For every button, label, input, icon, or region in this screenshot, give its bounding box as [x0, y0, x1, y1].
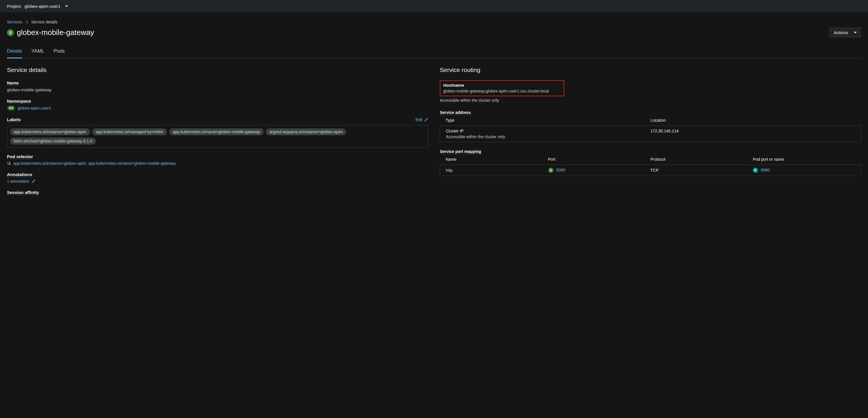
- label-chip[interactable]: app.kubernetes.io/instance=globex-apim: [10, 128, 90, 135]
- pencil-icon[interactable]: [32, 179, 36, 183]
- actions-label: Actions: [834, 30, 848, 35]
- pod-selector-link[interactable]: app.kubernetes.io/instance=globex-apim, …: [13, 161, 176, 166]
- table-row: http S 8080 TCP P 8080: [440, 165, 861, 176]
- service-badge-icon: S: [548, 168, 554, 173]
- port-link[interactable]: 8080: [556, 168, 565, 172]
- chevron-down-icon: [854, 32, 857, 33]
- edit-label-text: Edit: [415, 117, 423, 122]
- namespace-badge-icon: NS: [7, 106, 16, 111]
- labels-label: Labels: [7, 117, 21, 122]
- tab-pods[interactable]: Pods: [54, 46, 65, 58]
- search-icon: [7, 161, 11, 165]
- page-title: globex-mobile-gateway: [17, 28, 94, 37]
- addr-location-header: Location: [650, 118, 855, 123]
- annotations-link[interactable]: 1 annotation: [7, 179, 29, 183]
- name-label: Name: [7, 80, 19, 85]
- port-protocol-header: Protocol: [650, 157, 753, 162]
- breadcrumb: Services ❯ Service details: [7, 13, 861, 24]
- chevron-right-icon: ❯: [26, 20, 28, 24]
- service-details-heading: Service details: [7, 67, 428, 73]
- port-podport-header: Pod port or name: [753, 157, 855, 162]
- port-mapping-table: Name Port Protocol Pod port or name http…: [440, 154, 861, 176]
- pod-port-link[interactable]: 8080: [761, 168, 770, 172]
- hostname-note: Accessible within the cluster only: [440, 98, 861, 103]
- chevron-down-icon: [65, 5, 68, 7]
- service-details-column: Service details Name globex-mobile-gatew…: [7, 67, 428, 195]
- service-address-label: Service address: [440, 110, 471, 115]
- port-name-header: Name: [445, 157, 548, 162]
- hostname-highlight-box: Hostname globex-mobile-gateway.globex-ap…: [440, 80, 564, 96]
- addr-type-header: Type: [445, 118, 650, 123]
- port-port-header: Port: [548, 157, 650, 162]
- label-chip[interactable]: helm.sh/chart=globex-mobile-gateway-0.1.…: [10, 138, 96, 144]
- port-mapping-label: Service port mapping: [440, 149, 481, 154]
- addr-location-value: 172.30.145.114: [650, 129, 855, 133]
- tab-yaml[interactable]: YAML: [31, 46, 44, 58]
- namespace-link[interactable]: globex-apim-user1: [18, 106, 51, 110]
- name-value: globex-mobile-gateway: [7, 87, 428, 92]
- label-chip[interactable]: app.kubernetes.io/name=globex-mobile-gat…: [169, 128, 264, 135]
- breadcrumb-current: Service details: [31, 20, 58, 24]
- session-affinity-label: Session affinity: [7, 190, 39, 195]
- project-name: globex-apim-user1: [25, 4, 60, 9]
- addr-note: Accessible within the cluster only: [440, 134, 861, 142]
- pod-badge-icon: P: [753, 168, 758, 173]
- hostname-value: globex-mobile-gateway.globex-apim-user1.…: [443, 89, 561, 93]
- project-prefix: Project:: [7, 4, 22, 9]
- service-badge-icon: S: [7, 29, 14, 36]
- service-routing-column: Service routing Hostname globex-mobile-g…: [440, 67, 861, 195]
- addr-type-value: Cluster IP: [446, 129, 650, 133]
- service-routing-heading: Service routing: [440, 67, 861, 73]
- tabs: Details YAML Pods: [7, 46, 861, 59]
- hostname-label: Hostname: [443, 83, 561, 88]
- port-name-value: http: [446, 168, 548, 173]
- tab-details[interactable]: Details: [7, 46, 22, 58]
- pod-selector-label: Pod selector: [7, 154, 33, 159]
- port-protocol-value: TCP: [650, 168, 753, 173]
- label-chip[interactable]: argocd.argoproj.io/instance=globex-apim: [266, 128, 346, 135]
- service-address-table: Type Location Cluster IP 172.30.145.114 …: [440, 115, 861, 142]
- labels-box: app.kubernetes.io/instance=globex-apim a…: [7, 125, 428, 148]
- breadcrumb-services-link[interactable]: Services: [7, 20, 23, 24]
- annotations-label: Annotations: [7, 172, 32, 177]
- namespace-label: Namespace: [7, 99, 31, 104]
- edit-labels-button[interactable]: Edit: [415, 117, 428, 122]
- label-chip[interactable]: app.kubernetes.io/managed-by=Helm: [92, 128, 167, 135]
- actions-button[interactable]: Actions: [830, 28, 861, 37]
- pencil-icon: [424, 118, 428, 122]
- project-selector[interactable]: Project: globex-apim-user1: [7, 4, 68, 9]
